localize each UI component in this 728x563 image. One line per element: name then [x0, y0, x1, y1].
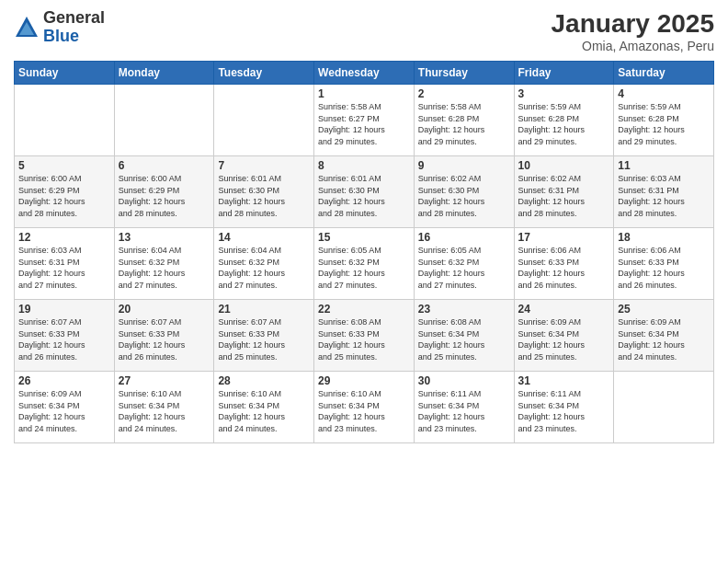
table-row: 20Sunrise: 6:07 AM Sunset: 6:33 PM Dayli… [114, 300, 214, 372]
table-row: 25Sunrise: 6:09 AM Sunset: 6:34 PM Dayli… [614, 300, 714, 372]
day-number: 10 [518, 159, 610, 172]
day-number: 18 [618, 231, 710, 244]
day-number: 25 [618, 303, 710, 316]
logo-blue-text: Blue [43, 27, 79, 45]
calendar: Sunday Monday Tuesday Wednesday Thursday… [14, 61, 714, 443]
day-info: Sunrise: 6:04 AM Sunset: 6:32 PM Dayligh… [218, 245, 310, 291]
table-row: 26Sunrise: 6:09 AM Sunset: 6:34 PM Dayli… [15, 372, 115, 443]
month-title: January 2025 [552, 9, 714, 39]
table-row: 30Sunrise: 6:11 AM Sunset: 6:34 PM Dayli… [414, 372, 514, 443]
day-number: 13 [119, 231, 210, 244]
day-number: 1 [318, 87, 410, 100]
table-row: 4Sunrise: 5:59 AM Sunset: 6:28 PM Daylig… [614, 85, 714, 156]
day-number: 21 [218, 303, 310, 316]
col-saturday: Saturday [614, 62, 714, 85]
day-info: Sunrise: 6:11 AM Sunset: 6:34 PM Dayligh… [418, 388, 510, 434]
header: General Blue January 2025 Omia, Amazonas… [14, 9, 714, 53]
table-row: 13Sunrise: 6:04 AM Sunset: 6:32 PM Dayli… [114, 228, 214, 300]
day-info: Sunrise: 6:06 AM Sunset: 6:33 PM Dayligh… [618, 245, 710, 291]
calendar-week-4: 19Sunrise: 6:07 AM Sunset: 6:33 PM Dayli… [15, 300, 714, 372]
table-row: 28Sunrise: 6:10 AM Sunset: 6:34 PM Dayli… [214, 372, 314, 443]
day-info: Sunrise: 6:10 AM Sunset: 6:34 PM Dayligh… [119, 388, 210, 434]
day-info: Sunrise: 5:58 AM Sunset: 6:28 PM Dayligh… [418, 101, 510, 147]
day-info: Sunrise: 6:01 AM Sunset: 6:30 PM Dayligh… [318, 173, 410, 219]
calendar-header-row: Sunday Monday Tuesday Wednesday Thursday… [15, 62, 714, 85]
day-number: 3 [518, 87, 610, 100]
day-info: Sunrise: 6:06 AM Sunset: 6:33 PM Dayligh… [518, 245, 610, 291]
day-info: Sunrise: 6:09 AM Sunset: 6:34 PM Dayligh… [518, 316, 610, 362]
day-number: 9 [418, 159, 510, 172]
table-row: 29Sunrise: 6:10 AM Sunset: 6:34 PM Dayli… [314, 372, 415, 443]
day-info: Sunrise: 6:08 AM Sunset: 6:34 PM Dayligh… [418, 316, 510, 362]
day-info: Sunrise: 6:07 AM Sunset: 6:33 PM Dayligh… [218, 316, 310, 362]
col-sunday: Sunday [15, 62, 115, 85]
table-row: 18Sunrise: 6:06 AM Sunset: 6:33 PM Dayli… [614, 228, 714, 300]
day-number: 4 [618, 87, 710, 100]
col-thursday: Thursday [414, 62, 514, 85]
col-wednesday: Wednesday [314, 62, 415, 85]
day-number: 14 [218, 231, 310, 244]
calendar-week-3: 12Sunrise: 6:03 AM Sunset: 6:31 PM Dayli… [15, 228, 714, 300]
table-row: 10Sunrise: 6:02 AM Sunset: 6:31 PM Dayli… [514, 156, 614, 228]
day-number: 23 [418, 303, 510, 316]
day-number: 19 [18, 303, 110, 316]
table-row: 3Sunrise: 5:59 AM Sunset: 6:28 PM Daylig… [514, 85, 614, 156]
table-row: 5Sunrise: 6:00 AM Sunset: 6:29 PM Daylig… [15, 156, 115, 228]
day-info: Sunrise: 6:03 AM Sunset: 6:31 PM Dayligh… [618, 173, 710, 219]
day-info: Sunrise: 6:01 AM Sunset: 6:30 PM Dayligh… [218, 173, 310, 219]
title-section: January 2025 Omia, Amazonas, Peru [552, 9, 714, 53]
day-number: 30 [418, 374, 510, 387]
day-number: 20 [119, 303, 210, 316]
table-row: 31Sunrise: 6:11 AM Sunset: 6:34 PM Dayli… [514, 372, 614, 443]
table-row: 11Sunrise: 6:03 AM Sunset: 6:31 PM Dayli… [614, 156, 714, 228]
day-info: Sunrise: 6:07 AM Sunset: 6:33 PM Dayligh… [18, 316, 110, 362]
day-info: Sunrise: 6:05 AM Sunset: 6:32 PM Dayligh… [318, 245, 410, 291]
calendar-week-5: 26Sunrise: 6:09 AM Sunset: 6:34 PM Dayli… [15, 372, 714, 443]
table-row: 19Sunrise: 6:07 AM Sunset: 6:33 PM Dayli… [15, 300, 115, 372]
day-number: 26 [18, 374, 110, 387]
page: General Blue January 2025 Omia, Amazonas… [0, 0, 728, 563]
table-row: 21Sunrise: 6:07 AM Sunset: 6:33 PM Dayli… [214, 300, 314, 372]
day-info: Sunrise: 6:04 AM Sunset: 6:32 PM Dayligh… [119, 245, 210, 291]
table-row: 12Sunrise: 6:03 AM Sunset: 6:31 PM Dayli… [15, 228, 115, 300]
day-info: Sunrise: 5:58 AM Sunset: 6:27 PM Dayligh… [318, 101, 410, 147]
logo-general-text: General [43, 8, 105, 27]
logo-icon [14, 15, 40, 40]
day-number: 7 [218, 159, 310, 172]
day-number: 11 [618, 159, 710, 172]
day-info: Sunrise: 6:07 AM Sunset: 6:33 PM Dayligh… [119, 316, 210, 362]
day-number: 17 [518, 231, 610, 244]
day-info: Sunrise: 6:05 AM Sunset: 6:32 PM Dayligh… [418, 245, 510, 291]
col-monday: Monday [114, 62, 214, 85]
table-row [15, 85, 115, 156]
logo: General Blue [14, 9, 105, 46]
day-info: Sunrise: 6:09 AM Sunset: 6:34 PM Dayligh… [618, 316, 710, 362]
day-number: 15 [318, 231, 410, 244]
table-row [114, 85, 214, 156]
table-row: 16Sunrise: 6:05 AM Sunset: 6:32 PM Dayli… [414, 228, 514, 300]
day-number: 24 [518, 303, 610, 316]
day-info: Sunrise: 6:08 AM Sunset: 6:33 PM Dayligh… [318, 316, 410, 362]
table-row: 24Sunrise: 6:09 AM Sunset: 6:34 PM Dayli… [514, 300, 614, 372]
day-number: 2 [418, 87, 510, 100]
day-info: Sunrise: 5:59 AM Sunset: 6:28 PM Dayligh… [518, 101, 610, 147]
day-number: 6 [119, 159, 210, 172]
day-number: 29 [318, 374, 410, 387]
col-tuesday: Tuesday [214, 62, 314, 85]
table-row: 22Sunrise: 6:08 AM Sunset: 6:33 PM Dayli… [314, 300, 415, 372]
table-row: 8Sunrise: 6:01 AM Sunset: 6:30 PM Daylig… [314, 156, 415, 228]
table-row: 2Sunrise: 5:58 AM Sunset: 6:28 PM Daylig… [414, 85, 514, 156]
location: Omia, Amazonas, Peru [552, 39, 714, 53]
table-row: 7Sunrise: 6:01 AM Sunset: 6:30 PM Daylig… [214, 156, 314, 228]
table-row: 14Sunrise: 6:04 AM Sunset: 6:32 PM Dayli… [214, 228, 314, 300]
day-info: Sunrise: 6:09 AM Sunset: 6:34 PM Dayligh… [18, 388, 110, 434]
day-info: Sunrise: 6:02 AM Sunset: 6:30 PM Dayligh… [418, 173, 510, 219]
col-friday: Friday [514, 62, 614, 85]
day-number: 27 [119, 374, 210, 387]
table-row: 15Sunrise: 6:05 AM Sunset: 6:32 PM Dayli… [314, 228, 415, 300]
calendar-week-1: 1Sunrise: 5:58 AM Sunset: 6:27 PM Daylig… [15, 85, 714, 156]
day-number: 22 [318, 303, 410, 316]
table-row: 17Sunrise: 6:06 AM Sunset: 6:33 PM Dayli… [514, 228, 614, 300]
day-number: 5 [18, 159, 110, 172]
calendar-week-2: 5Sunrise: 6:00 AM Sunset: 6:29 PM Daylig… [15, 156, 714, 228]
